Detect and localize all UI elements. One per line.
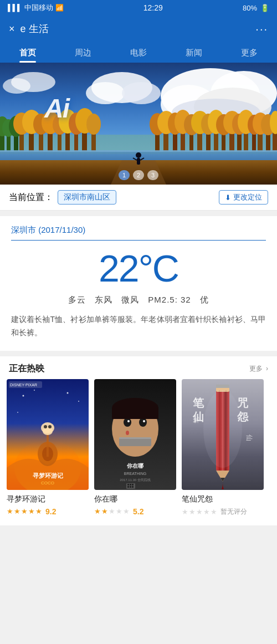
svg-text:怨: 怨 <box>237 411 249 423</box>
svg-line-74 <box>133 158 137 160</box>
banner-dot-1[interactable]: 1 <box>119 170 130 180</box>
title-bar: × e 生活 ··· <box>0 16 277 42</box>
svg-rect-45 <box>189 129 193 151</box>
svg-rect-47 <box>197 127 202 151</box>
battery-icon: 🔋 <box>260 4 269 12</box>
svg-rect-12 <box>0 135 277 154</box>
svg-rect-21 <box>29 127 34 151</box>
svg-rect-73 <box>137 158 140 165</box>
svg-rect-59 <box>244 127 248 151</box>
tab-more[interactable]: 更多 <box>222 42 277 63</box>
weather-card: 深圳市 (2017/11/30) 22°C 多云 东风 微风 PM2.5: 32… <box>0 216 277 351</box>
svg-rect-37 <box>155 129 160 151</box>
svg-rect-31 <box>74 128 78 151</box>
movie-rating-coco: ★ ★ ★ ★ ★ 9.2 <box>7 507 89 516</box>
svg-point-80 <box>67 392 69 393</box>
status-time: 12:29 <box>143 3 163 12</box>
svg-point-90 <box>44 425 47 428</box>
svg-rect-65 <box>266 129 270 151</box>
tab-home[interactable]: 首页 <box>0 42 55 63</box>
movie-item-breathing[interactable]: 你在哪 BREATHING 2017.11.30 全民院线 你在哪 ★ <box>94 379 176 517</box>
svg-rect-103 <box>112 408 158 419</box>
svg-point-98 <box>127 420 130 422</box>
movie-item-pencil[interactable]: 笔 仙 笔 仙 咒 怨 笔仙咒怨 ★ ★ ★ ★ ★ <box>182 379 264 517</box>
star-3: ★ <box>196 508 203 516</box>
wifi-icon: 📶 <box>55 4 64 12</box>
location-label: 当前位置： <box>9 192 53 203</box>
svg-point-104 <box>126 431 129 435</box>
svg-rect-51 <box>214 127 218 151</box>
svg-rect-41 <box>173 129 177 151</box>
score-breathing: 5.2 <box>133 507 143 516</box>
svg-point-99 <box>143 420 145 422</box>
tab-nearby[interactable]: 周边 <box>55 42 111 63</box>
movies-more-button[interactable]: 更多 › <box>248 364 268 374</box>
svg-rect-43 <box>181 127 185 151</box>
banner-dot-2[interactable]: 2 <box>133 170 144 180</box>
star-4: ★ <box>116 507 122 515</box>
close-button[interactable]: × <box>9 23 15 35</box>
svg-text:寻梦环游记: 寻梦环游记 <box>33 472 64 479</box>
svg-rect-111 <box>132 484 134 485</box>
svg-rect-55 <box>229 127 234 151</box>
svg-rect-61 <box>252 129 256 151</box>
stars-pencil: ★ ★ ★ ★ ★ <box>182 508 217 516</box>
star-5: ★ <box>35 507 42 515</box>
movie-title-breathing: 你在哪 <box>94 494 176 504</box>
carrier-label: 中国移动 <box>24 3 53 13</box>
tab-movie[interactable]: 电影 <box>111 42 166 63</box>
svg-text:2017.11.30 全民院线: 2017.11.30 全民院线 <box>120 478 151 482</box>
svg-rect-53 <box>222 129 225 151</box>
movie-poster-coco: DISNEY·PIXAR 寻梦环游记 COCO <box>7 379 89 490</box>
star-5: ★ <box>211 508 217 516</box>
svg-rect-15 <box>7 132 11 151</box>
location-city: 深圳市南山区 <box>58 190 116 205</box>
star-4: ★ <box>203 508 210 516</box>
status-right: 80% 🔋 <box>243 4 269 12</box>
svg-point-96 <box>124 418 131 427</box>
banner-ai-text: Ai <box>44 93 69 124</box>
svg-point-79 <box>34 390 35 391</box>
weather-details: 多云 东风 微风 PM2.5: 32 优 <box>11 295 266 305</box>
tab-news[interactable]: 新闻 <box>166 42 222 63</box>
svg-rect-114 <box>132 486 134 488</box>
banner: Ai 1 2 3 <box>0 63 277 185</box>
movies-list: DISNEY·PIXAR 寻梦环游记 COCO 寻梦环游记 <box>0 379 277 525</box>
svg-rect-63 <box>258 128 263 151</box>
svg-rect-70 <box>0 150 277 152</box>
svg-text:DISNEY·PIXAR: DISNEY·PIXAR <box>10 383 37 387</box>
movie-item-coco[interactable]: DISNEY·PIXAR 寻梦环游记 COCO 寻梦环游记 <box>7 379 89 517</box>
svg-point-81 <box>78 401 79 402</box>
svg-point-82 <box>17 412 18 413</box>
stars-breathing: ★ ★ ★ ★ ★ <box>94 507 130 515</box>
svg-rect-112 <box>127 486 129 488</box>
star-2: ★ <box>14 507 20 515</box>
svg-text:咒: 咒 <box>237 397 249 409</box>
svg-text:仙: 仙 <box>245 435 253 441</box>
svg-rect-13 <box>0 129 4 151</box>
svg-point-72 <box>136 152 141 158</box>
star-2: ★ <box>189 508 196 516</box>
banner-dot-3[interactable]: 3 <box>147 170 158 180</box>
svg-rect-17 <box>14 130 18 151</box>
movie-title-coco: 寻梦环游记 <box>7 494 89 504</box>
coco-poster-svg: DISNEY·PIXAR 寻梦环游记 COCO <box>7 379 89 490</box>
status-left: ▌▌▌ 中国移动 📶 <box>8 3 64 13</box>
movie-rating-pencil: ★ ★ ★ ★ ★ 暂无评分 <box>182 507 264 517</box>
svg-text:你在哪: 你在哪 <box>126 463 143 469</box>
app-title: e 生活 <box>20 22 49 35</box>
banner-dots: 1 2 3 <box>119 170 158 180</box>
svg-text:COCO: COCO <box>41 481 54 485</box>
more-button[interactable]: ··· <box>255 23 268 35</box>
svg-rect-23 <box>39 129 43 151</box>
svg-point-78 <box>23 395 24 396</box>
svg-point-89 <box>43 427 53 435</box>
star-1: ★ <box>182 508 188 516</box>
change-location-button[interactable]: ⬇ 更改定位 <box>219 190 268 205</box>
stars-coco: ★ ★ ★ ★ ★ <box>7 507 42 515</box>
svg-rect-67 <box>273 127 277 151</box>
svg-text:BREATHING: BREATHING <box>124 472 146 476</box>
breathing-poster-svg: 你在哪 BREATHING 2017.11.30 全民院线 <box>94 379 176 490</box>
movie-poster-pencil: 笔 仙 笔 仙 咒 怨 <box>182 379 264 490</box>
pencil-poster-svg: 笔 仙 笔 仙 咒 怨 <box>182 379 264 490</box>
